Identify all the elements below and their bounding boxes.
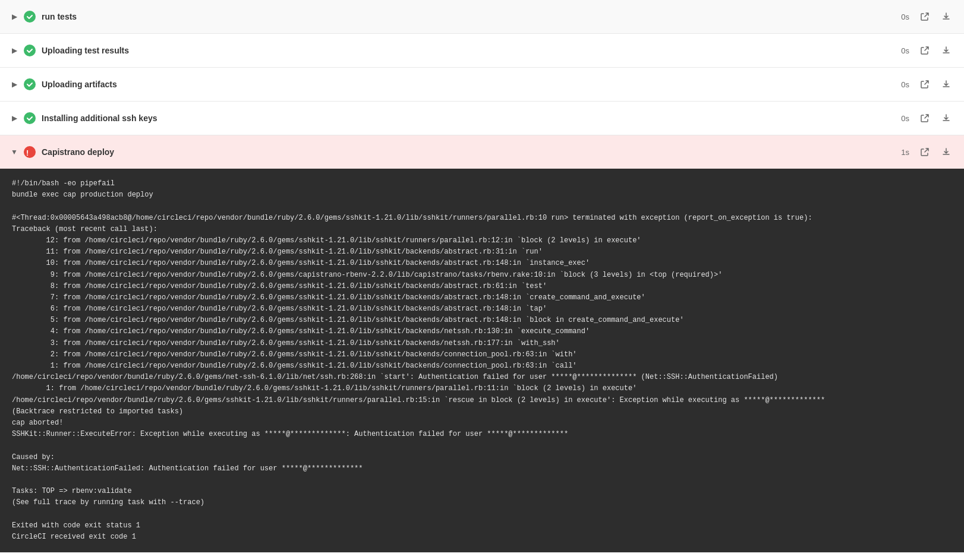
download-icon xyxy=(941,46,951,55)
download-icon xyxy=(941,80,951,89)
download-button[interactable] xyxy=(938,76,954,93)
step-actions xyxy=(916,42,954,59)
external-link-button[interactable] xyxy=(916,8,933,25)
step-actions xyxy=(916,76,954,93)
chevron-down-icon: ▼ xyxy=(10,147,19,157)
chevron-right-icon: ▶ xyxy=(10,12,19,21)
step-upload-artifacts: ▶Uploading artifacts0s xyxy=(0,68,964,102)
step-title: Capistrano deploy xyxy=(42,147,901,157)
download-icon xyxy=(941,147,951,157)
step-duration: 0s xyxy=(901,114,909,123)
step-title: Installing additional ssh keys xyxy=(42,113,901,123)
step-title: Uploading test results xyxy=(42,46,901,55)
error-icon: ! xyxy=(24,146,36,158)
download-button[interactable] xyxy=(938,8,954,25)
download-button[interactable] xyxy=(938,110,954,126)
step-header-upload-test-results[interactable]: ▶Uploading test results0s xyxy=(0,34,964,67)
success-icon xyxy=(24,78,36,90)
success-icon xyxy=(24,112,36,124)
success-icon xyxy=(24,11,36,23)
step-header-capistrano-deploy[interactable]: ▼!Capistrano deploy1s xyxy=(0,135,964,169)
step-header-run-tests[interactable]: ▶run tests0s xyxy=(0,0,964,33)
external-link-button[interactable] xyxy=(916,110,933,126)
step-capistrano-deploy: ▼!Capistrano deploy1s#!/bin/bash -eo pip… xyxy=(0,135,964,553)
step-duration: 1s xyxy=(901,148,909,157)
chevron-right-icon: ▶ xyxy=(10,46,19,55)
external-link-icon xyxy=(920,147,930,157)
external-link-icon xyxy=(920,12,930,21)
step-header-install-ssh-keys[interactable]: ▶Installing additional ssh keys0s xyxy=(0,102,964,135)
external-link-button[interactable] xyxy=(916,144,933,160)
step-header-upload-artifacts[interactable]: ▶Uploading artifacts0s xyxy=(0,68,964,101)
external-link-button[interactable] xyxy=(916,76,933,93)
chevron-right-icon: ▶ xyxy=(10,113,19,123)
download-button[interactable] xyxy=(938,42,954,59)
ci-job-steps: ▶run tests0s▶Uploading test results0s▶Up… xyxy=(0,0,964,553)
step-run-tests: ▶run tests0s xyxy=(0,0,964,34)
step-actions xyxy=(916,110,954,126)
external-link-icon xyxy=(920,80,930,89)
external-link-icon xyxy=(920,46,930,55)
step-duration: 0s xyxy=(901,80,909,89)
step-duration: 0s xyxy=(901,46,909,55)
download-button[interactable] xyxy=(938,144,954,160)
download-icon xyxy=(941,12,951,21)
step-upload-test-results: ▶Uploading test results0s xyxy=(0,34,964,68)
success-icon xyxy=(24,45,36,56)
step-actions xyxy=(916,144,954,160)
download-icon xyxy=(941,113,951,123)
step-title: Uploading artifacts xyxy=(42,80,901,89)
step-output: #!/bin/bash -eo pipefail bundle exec cap… xyxy=(0,169,964,552)
step-actions xyxy=(916,8,954,25)
step-install-ssh-keys: ▶Installing additional ssh keys0s xyxy=(0,102,964,135)
external-link-icon xyxy=(920,113,930,123)
external-link-button[interactable] xyxy=(916,42,933,59)
chevron-right-icon: ▶ xyxy=(10,80,19,89)
step-duration: 0s xyxy=(901,12,909,21)
step-title: run tests xyxy=(42,12,901,21)
